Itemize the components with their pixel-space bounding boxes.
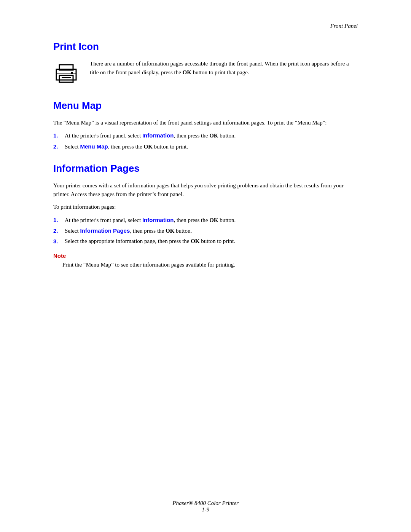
svg-rect-2: [59, 75, 73, 82]
print-icon-ok-bold: OK: [183, 69, 191, 75]
list-item: 3. Select the appropriate information pa…: [53, 237, 358, 246]
list-item: 1. At the printer's front panel, select …: [53, 216, 358, 225]
info-pages-link: Information Pages: [80, 227, 130, 234]
ok-bold: OK: [209, 133, 218, 139]
step-number: 3.: [53, 237, 65, 246]
footer-page: 1-9: [0, 506, 411, 513]
step-number: 1.: [53, 216, 65, 224]
print-icon-title: Print Icon: [53, 41, 358, 53]
ok-bold: OK: [191, 238, 199, 244]
information-pages-title: Information Pages: [53, 163, 358, 174]
ok-bold: OK: [166, 228, 174, 234]
printer-icon: [53, 61, 79, 87]
step-text: Select the appropriate information page,…: [65, 237, 358, 246]
step-number: 2.: [53, 142, 65, 151]
footer-product: Phaser® 8400 Color Printer: [0, 500, 411, 506]
page: Front Panel Print Icon There are: [0, 0, 411, 532]
step-number: 1.: [53, 131, 65, 140]
list-item: 2. Select Information Pages, then press …: [53, 226, 358, 235]
menu-map-intro: The “Menu Map” is a visual representatio…: [53, 118, 358, 127]
step-text: At the printer's front panel, select Inf…: [65, 216, 358, 225]
menu-map-link: Menu Map: [80, 143, 108, 150]
note-text: Print the “Menu Map” to see other inform…: [62, 260, 358, 269]
page-header: Front Panel: [53, 23, 358, 29]
note-section: Note Print the “Menu Map” to see other i…: [53, 252, 358, 269]
menu-map-section: Menu Map The “Menu Map” is a visual repr…: [53, 100, 358, 151]
list-item: 1. At the printer's front panel, select …: [53, 131, 358, 140]
note-label: Note: [53, 252, 358, 259]
print-icon-description: There are a number of information pages …: [90, 59, 358, 77]
step-number: 2.: [53, 226, 65, 235]
information-pages-intro: Your printer comes with a set of informa…: [53, 181, 358, 199]
step-text: Select Menu Map, then press the OK butto…: [65, 142, 358, 151]
print-icon-image: [53, 61, 79, 88]
list-item: 2. Select Menu Map, then press the OK bu…: [53, 142, 358, 151]
page-footer: Phaser® 8400 Color Printer 1-9: [0, 500, 411, 513]
ok-bold: OK: [143, 144, 152, 150]
print-icon-section: There are a number of information pages …: [53, 59, 358, 88]
menu-map-steps: 1. At the printer's front panel, select …: [53, 131, 358, 151]
header-section-label: Front Panel: [330, 23, 358, 29]
menu-map-title: Menu Map: [53, 100, 358, 112]
step-text: Select Information Pages, then press the…: [65, 226, 358, 235]
information-pages-sub-intro: To print information pages:: [53, 203, 358, 211]
info-link: Information: [142, 217, 174, 223]
step-text: At the printer's front panel, select Inf…: [65, 131, 358, 140]
information-pages-section: Information Pages Your printer comes wit…: [53, 163, 358, 270]
information-pages-steps: 1. At the printer's front panel, select …: [53, 216, 358, 246]
info-link: Information: [142, 132, 174, 139]
ok-bold: OK: [209, 217, 218, 223]
